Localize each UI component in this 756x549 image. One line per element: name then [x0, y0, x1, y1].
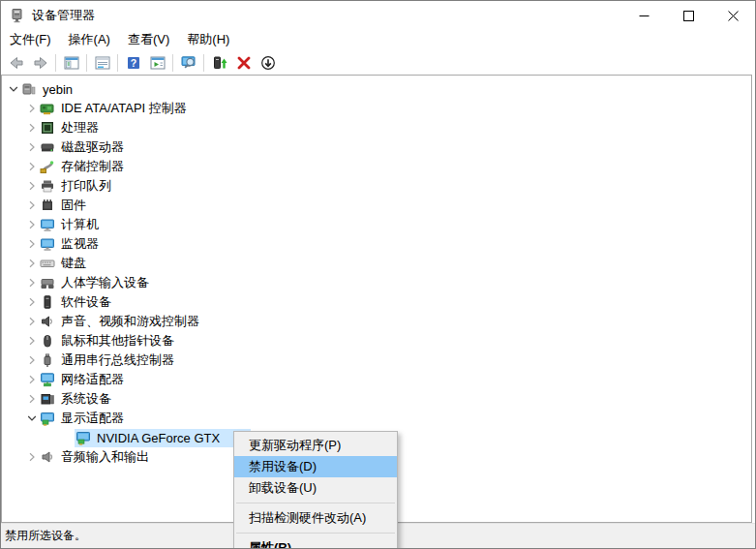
properties-icon[interactable] — [90, 51, 114, 75]
context-menu-item[interactable]: 扫描检测硬件改动(A) — [234, 507, 397, 529]
help-icon[interactable]: ? — [121, 51, 145, 75]
tree-item[interactable]: 显示适配器 — [2, 409, 751, 428]
disk-drive-icon — [40, 139, 55, 155]
uninstall-device-icon[interactable] — [256, 51, 280, 75]
tree-item-label: 计算机 — [61, 216, 99, 233]
display-adapter-icon — [40, 411, 55, 426]
tree-item[interactable]: 网络适配器 — [2, 370, 751, 389]
monitor-icon — [40, 236, 55, 252]
tree-item[interactable]: 键盘 — [2, 254, 751, 273]
tree-item-content: 人体学输入设备 — [39, 274, 152, 292]
title-bar: 设备管理器 — [1, 1, 755, 30]
console-tree-icon[interactable] — [59, 51, 83, 75]
menu-bar: 文件(F) 操作(A) 查看(V) 帮助(H) — [1, 30, 755, 49]
device-tree: yebinIDE ATA/ATAPI 控制器处理器磁盘驱动器存储控制器打印队列固… — [2, 76, 751, 467]
computer-icon — [21, 81, 37, 97]
chevron-right-icon[interactable] — [24, 294, 39, 310]
chevron-right-icon[interactable] — [24, 236, 39, 252]
context-menu-item[interactable]: 更新驱动程序(P) — [234, 435, 397, 456]
chevron-right-icon[interactable] — [24, 139, 39, 155]
context-menu-item[interactable]: 属性(R) — [234, 537, 397, 549]
context-menu-item[interactable]: 卸载设备(U) — [234, 477, 397, 499]
tree-item-label: 网络适配器 — [61, 371, 124, 388]
context-menu-separator — [236, 503, 395, 503]
tree-item-content: 处理器 — [39, 119, 102, 137]
tree-item[interactable]: 系统设备 — [2, 389, 751, 409]
disable-device-icon[interactable] — [231, 51, 256, 75]
tree-item-label: 磁盘驱动器 — [61, 138, 124, 156]
tree-item[interactable]: 处理器 — [2, 118, 751, 137]
tree-item-label: NVIDIA GeForce GTX — [97, 431, 220, 445]
tree-item-label: 人体学输入设备 — [61, 274, 149, 291]
sound-device-icon — [40, 314, 55, 329]
context-menu-item[interactable]: 禁用设备(D) — [234, 456, 397, 477]
keyboard-icon — [40, 256, 55, 271]
minimize-icon[interactable] — [621, 1, 666, 30]
forward-icon[interactable] — [28, 51, 52, 75]
tree-item[interactable]: 磁盘驱动器 — [2, 137, 751, 157]
chevron-right-icon[interactable] — [24, 391, 39, 407]
hid-device-icon — [40, 275, 55, 290]
tree-item-content: 固件 — [39, 197, 89, 215]
window-controls — [621, 1, 755, 30]
update-driver-icon[interactable] — [207, 51, 231, 75]
menu-action[interactable]: 操作(A) — [60, 29, 119, 50]
storage-controller-icon — [40, 159, 55, 174]
tree-item-label: 监视器 — [61, 235, 99, 253]
tree-item-content: 存储控制器 — [39, 158, 127, 176]
tree-item-label: 系统设备 — [61, 390, 111, 408]
ide-controller-icon — [40, 101, 55, 116]
tree-item-label: IDE ATA/ATAPI 控制器 — [61, 100, 187, 117]
chevron-down-icon[interactable] — [24, 411, 39, 426]
chevron-right-icon[interactable] — [24, 275, 39, 290]
chevron-right-icon[interactable] — [24, 256, 39, 271]
chevron-right-icon[interactable] — [24, 198, 39, 213]
device-manager-app-icon — [10, 8, 25, 23]
tree-item-content: 系统设备 — [39, 390, 114, 409]
tree-item[interactable]: 声音、视频和游戏控制器 — [2, 312, 751, 331]
tree-item[interactable]: 存储控制器 — [2, 157, 751, 176]
back-icon[interactable] — [4, 51, 28, 75]
menu-help[interactable]: 帮助(H) — [178, 29, 238, 50]
tree-item[interactable]: 人体学输入设备 — [2, 273, 751, 292]
chevron-spacer — [60, 430, 75, 445]
chevron-right-icon[interactable] — [24, 178, 39, 194]
menu-view[interactable]: 查看(V) — [119, 29, 178, 50]
chevron-right-icon[interactable] — [24, 352, 39, 368]
close-icon[interactable] — [711, 1, 755, 30]
scan-hardware-icon[interactable] — [176, 51, 200, 75]
tree-item-content: 打印队列 — [39, 177, 114, 196]
tree-item-content: 鼠标和其他指针设备 — [39, 332, 177, 351]
mouse-device-icon — [40, 333, 55, 349]
tree-item[interactable]: 打印队列 — [2, 176, 751, 196]
context-menu-separator — [236, 533, 395, 534]
tree-item[interactable]: 固件 — [2, 196, 751, 215]
tree-item-label: 固件 — [61, 197, 86, 214]
chevron-right-icon[interactable] — [24, 372, 39, 387]
firmware-icon — [40, 198, 55, 213]
chevron-right-icon[interactable] — [24, 120, 39, 136]
chevron-right-icon[interactable] — [24, 314, 39, 329]
tree-item[interactable]: 鼠标和其他指针设备 — [2, 331, 751, 351]
tree-item[interactable]: 计算机 — [2, 215, 751, 234]
svg-text:?: ? — [130, 57, 136, 69]
chevron-right-icon[interactable] — [24, 333, 39, 349]
chevron-right-icon[interactable] — [24, 101, 39, 116]
chevron-right-icon[interactable] — [24, 217, 39, 232]
toolbar-separator — [55, 54, 56, 72]
chevron-down-icon[interactable] — [6, 81, 20, 97]
tree-item[interactable]: 通用串行总线控制器 — [2, 351, 751, 370]
tree-item[interactable]: 软件设备 — [2, 292, 751, 312]
maximize-icon[interactable] — [666, 1, 711, 30]
tree-item-label: 鼠标和其他指针设备 — [61, 332, 174, 350]
tree-item-content: 软件设备 — [39, 293, 114, 312]
chevron-right-icon[interactable] — [24, 159, 39, 174]
tree-item[interactable]: yebin — [2, 79, 751, 99]
chevron-right-icon[interactable] — [24, 449, 39, 465]
action-pane-icon[interactable] — [145, 51, 169, 75]
tree-item[interactable]: 监视器 — [2, 234, 751, 254]
menu-file[interactable]: 文件(F) — [1, 29, 60, 50]
context-menu: 更新驱动程序(P)禁用设备(D)卸载设备(U)扫描检测硬件改动(A)属性(R) — [233, 431, 398, 549]
network-adapter-icon — [40, 372, 55, 387]
tree-item[interactable]: IDE ATA/ATAPI 控制器 — [2, 99, 751, 118]
